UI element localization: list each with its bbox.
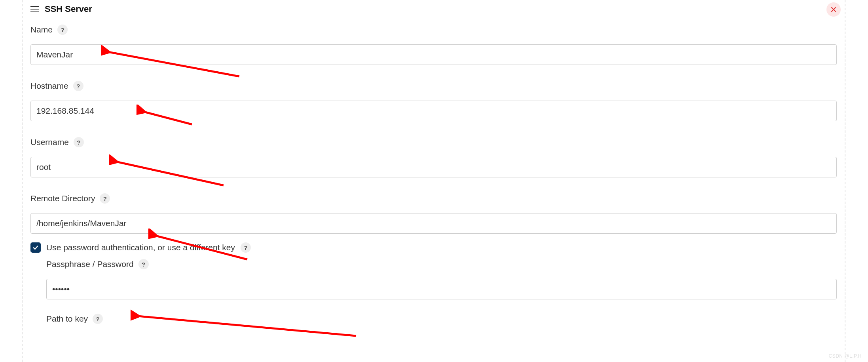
passphrase-label: Passphrase / Password [46, 259, 134, 269]
help-icon[interactable]: ? [100, 193, 110, 204]
username-label: Username [30, 137, 69, 147]
hostname-input[interactable] [30, 101, 837, 121]
close-icon [830, 6, 837, 13]
drag-handle-icon[interactable] [30, 6, 39, 12]
help-icon[interactable]: ? [93, 314, 103, 324]
name-input[interactable] [30, 44, 837, 65]
help-icon[interactable]: ? [138, 259, 149, 269]
field-username: Username ? [30, 137, 837, 177]
close-button[interactable] [826, 2, 841, 17]
check-icon [32, 244, 39, 251]
field-path-to-key: Path to key ? [46, 314, 837, 324]
help-icon[interactable]: ? [57, 25, 68, 35]
field-hostname: Hostname ? [30, 81, 837, 121]
use-password-auth-row: Use password authentication, or use a di… [30, 242, 837, 253]
help-icon[interactable]: ? [74, 137, 84, 147]
remote-directory-input[interactable] [30, 213, 837, 234]
passphrase-input[interactable] [46, 279, 837, 299]
section-title: SSH Server [45, 4, 92, 14]
help-icon[interactable]: ? [241, 242, 251, 253]
field-passphrase: Passphrase / Password ? [46, 259, 837, 299]
remote-directory-label: Remote Directory [30, 194, 95, 203]
help-icon[interactable]: ? [73, 81, 83, 91]
name-label: Name [30, 25, 53, 34]
path-to-key-label: Path to key [46, 314, 88, 324]
field-remote-directory: Remote Directory ? [30, 193, 837, 234]
field-name: Name ? [30, 25, 837, 65]
use-password-auth-checkbox[interactable] [30, 242, 41, 253]
hostname-label: Hostname [30, 81, 68, 91]
section-header: SSH Server [30, 4, 837, 14]
use-password-auth-label: Use password authentication, or use a di… [46, 243, 235, 252]
watermark: CSDN @L.P.H [829, 353, 862, 359]
username-input[interactable] [30, 157, 837, 177]
